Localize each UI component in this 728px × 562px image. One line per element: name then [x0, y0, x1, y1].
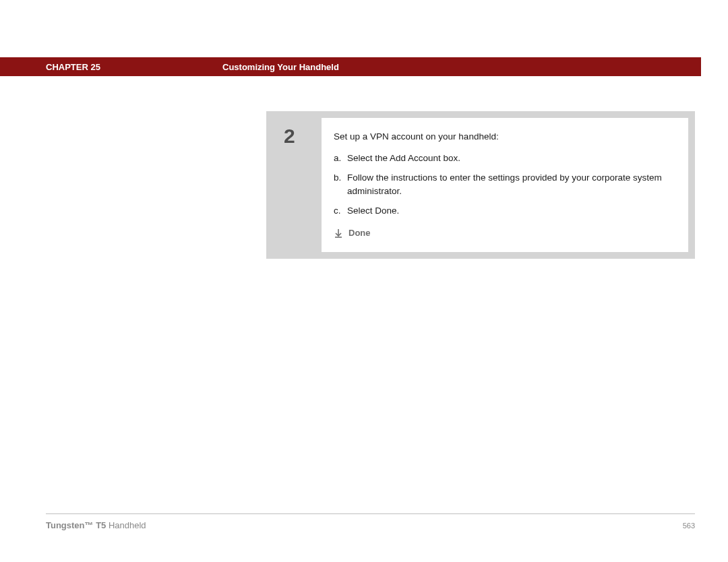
- product-name-bold: Tungsten™ T5: [46, 520, 106, 530]
- page-footer: Tungsten™ T5 Handheld 563: [46, 520, 695, 530]
- list-marker: a.: [334, 152, 347, 165]
- step-sub-list: a. Select the Add Account box. b. Follow…: [334, 152, 673, 218]
- document-page: CHAPTER 25 Customizing Your Handheld 2 S…: [0, 0, 728, 562]
- list-text: Select Done.: [347, 204, 673, 218]
- list-text: Follow the instructions to enter the set…: [347, 171, 673, 197]
- step-number-cell: 2: [273, 118, 322, 252]
- step-number: 2: [284, 125, 322, 148]
- list-item: b. Follow the instructions to enter the …: [334, 171, 673, 197]
- page-number: 563: [683, 522, 695, 530]
- list-marker: c.: [334, 204, 347, 218]
- list-item: a. Select the Add Account box.: [334, 152, 673, 165]
- chapter-label: CHAPTER 25: [46, 62, 100, 72]
- chapter-header-bar: CHAPTER 25 Customizing Your Handheld: [0, 57, 701, 76]
- step-body: Set up a VPN account on your handheld: a…: [322, 118, 688, 252]
- step-intro-text: Set up a VPN account on your handheld:: [334, 130, 673, 144]
- product-name-rest: Handheld: [106, 520, 146, 530]
- arrow-down-icon: [334, 228, 343, 238]
- done-label: Done: [348, 227, 371, 240]
- step-box: 2 Set up a VPN account on your handheld:…: [266, 111, 695, 259]
- product-name: Tungsten™ T5 Handheld: [46, 520, 146, 530]
- list-marker: b.: [334, 171, 347, 197]
- list-item: c. Select Done.: [334, 204, 673, 218]
- done-row: Done: [334, 227, 673, 240]
- chapter-title: Customizing Your Handheld: [222, 62, 339, 72]
- footer-rule: [46, 513, 695, 514]
- list-text: Select the Add Account box.: [347, 152, 673, 165]
